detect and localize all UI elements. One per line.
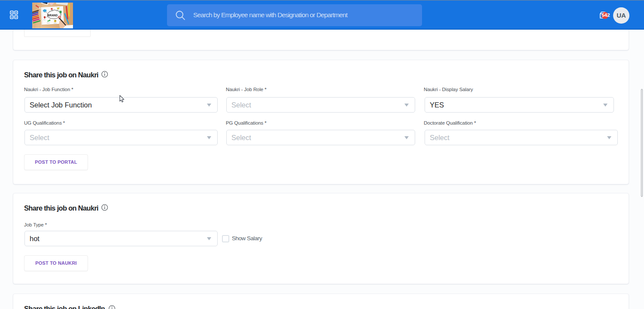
svg-text:BRAND: BRAND (48, 14, 58, 17)
